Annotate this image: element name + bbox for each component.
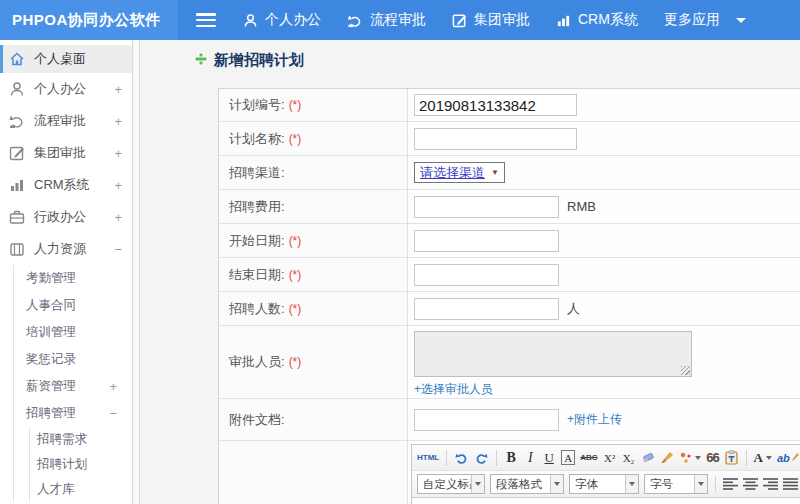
collapse-icon[interactable]: − [114, 242, 122, 257]
fee-input[interactable] [414, 196, 559, 218]
chevron-down-icon [695, 456, 701, 460]
sidebar-item-admin-office[interactable]: 行政办公 + [0, 201, 132, 233]
topbar: PHPOA协同办公软件 个人办公 流程审批 集团审批 CRM系统 更多应用 [0, 0, 800, 40]
align-center-icon[interactable] [743, 475, 758, 493]
highlight-color-button[interactable]: ab [777, 449, 800, 467]
headcount-unit: 人 [567, 300, 580, 318]
sidebar-item-recruit-demand[interactable]: 招聘需求 [30, 427, 132, 452]
sidebar-item-attendance[interactable]: 考勤管理 [14, 265, 132, 292]
edit-icon [452, 13, 467, 28]
required-mark: (*) [289, 268, 302, 282]
form-row-plan-name: 计划名称:(*) [219, 122, 800, 156]
expand-icon[interactable]: + [114, 114, 122, 129]
expand-icon[interactable]: + [114, 178, 122, 193]
workflow-icon [9, 113, 25, 129]
nav-group-approval[interactable]: 集团审批 [439, 0, 543, 40]
sidebar-item-workflow[interactable]: 流程审批 + [0, 105, 132, 137]
required-mark: (*) [289, 234, 302, 248]
nav-workflow-approval[interactable]: 流程审批 [334, 0, 439, 40]
add-icon [194, 52, 208, 70]
sidebar-item-recruit-plan[interactable]: 招聘计划 [30, 452, 132, 477]
sidebar-item-desktop[interactable]: 个人桌面 [0, 45, 132, 73]
strikethrough-button[interactable]: ABC [580, 449, 597, 467]
menu-icon[interactable] [196, 13, 216, 27]
superscript-button[interactable]: X² [603, 449, 617, 467]
undo-icon[interactable] [454, 449, 469, 467]
chevron-down-icon [694, 475, 707, 493]
page-title: 新增招聘计划 [194, 51, 304, 70]
paste-icon[interactable] [725, 449, 739, 467]
nav-crm-system[interactable]: CRM系统 [543, 0, 651, 40]
expand-icon[interactable]: + [114, 146, 122, 161]
plan-name-input[interactable] [414, 128, 577, 150]
form-row-end-date: 结束日期:(*) [219, 258, 800, 292]
auto-typeset-icon[interactable] [679, 449, 701, 467]
sidebar-item-training[interactable]: 培训管理 [14, 319, 132, 346]
format-brush-icon[interactable] [660, 449, 674, 467]
nav-more-apps[interactable]: 更多应用 [651, 0, 759, 40]
sidebar-item-salary[interactable]: 薪资管理+ [14, 373, 132, 400]
app-logo: PHPOA协同办公软件 [0, 0, 178, 40]
editor-content-area[interactable] [412, 498, 800, 504]
expand-icon[interactable]: + [114, 210, 122, 225]
sidebar-item-group-approval[interactable]: 集团审批 + [0, 137, 132, 169]
collapse-icon[interactable]: − [109, 406, 117, 421]
required-mark: (*) [289, 98, 302, 112]
chevron-down-icon [625, 475, 638, 493]
redo-icon[interactable] [474, 449, 489, 467]
fee-unit: RMB [567, 199, 596, 214]
form-row-start-date: 开始日期:(*) [219, 224, 800, 258]
source-code-button[interactable]: HTML [417, 449, 439, 467]
home-icon [9, 51, 25, 67]
sidebar-item-hr[interactable]: 人力资源 − [0, 233, 132, 265]
hr-submenu: 考勤管理 人事合同 培训管理 奖惩记录 薪资管理+ 招聘管理− 招聘需求 招聘计… [13, 265, 132, 502]
required-mark: (*) [289, 355, 302, 369]
underline-button[interactable]: U [542, 449, 556, 467]
channel-select[interactable]: 请选择渠道 ▼ [414, 162, 505, 183]
sidebar-scrollbar[interactable] [134, 40, 140, 504]
italic-button[interactable]: I [523, 449, 537, 467]
start-date-input[interactable] [414, 230, 559, 252]
user-icon [9, 81, 25, 97]
sidebar-item-hr-contract[interactable]: 人事合同 [14, 292, 132, 319]
end-date-input[interactable] [414, 264, 559, 286]
sidebar-item-rewards[interactable]: 奖惩记录 [14, 346, 132, 373]
expand-icon[interactable]: + [109, 379, 117, 394]
sidebar-item-recruit-mgmt[interactable]: 招聘管理− [14, 400, 132, 427]
user-icon [243, 13, 258, 28]
font-size-select[interactable]: 字号 [644, 474, 708, 494]
font-family-select[interactable]: 字体 [569, 474, 639, 494]
form-row-approvers: 审批人员:(*) +选择审批人员 [219, 326, 800, 399]
subscript-button[interactable]: X₂ [622, 449, 636, 467]
plan-number-input[interactable] [414, 94, 577, 116]
recruit-submenu: 招聘需求 招聘计划 人才库 [29, 427, 132, 502]
custom-title-select[interactable]: 自定义标题 [417, 474, 485, 494]
font-color-button[interactable]: A [754, 449, 772, 467]
sidebar-item-personal-office[interactable]: 个人办公 + [0, 73, 132, 105]
align-left-icon[interactable] [723, 475, 738, 493]
paragraph-format-select[interactable]: 段落格式 [490, 474, 564, 494]
expand-icon[interactable]: + [114, 82, 122, 97]
editor-toolbar-row1: HTML B I U A ABC X² X₂ [412, 445, 800, 471]
font-border-button[interactable]: A [561, 450, 575, 465]
people-icon [9, 241, 25, 257]
chart-icon [9, 177, 25, 193]
briefcase-icon [9, 209, 25, 225]
sidebar-item-talent-pool[interactable]: 人才库 [30, 477, 132, 502]
align-justify-icon[interactable] [783, 475, 798, 493]
form-row-content-editor: HTML B I U A ABC X² X₂ [219, 441, 800, 504]
eraser-icon[interactable] [641, 449, 655, 467]
upload-attachment-link[interactable]: +附件上传 [567, 411, 622, 428]
blockquote-button[interactable]: 66 [706, 449, 720, 467]
nav-personal-office[interactable]: 个人办公 [230, 0, 334, 40]
sidebar-item-crm[interactable]: CRM系统 + [0, 169, 132, 201]
align-right-icon[interactable] [763, 475, 778, 493]
chevron-down-icon [736, 18, 746, 23]
required-mark: (*) [289, 132, 302, 146]
sidebar: 个人桌面 个人办公 + 流程审批 + 集团审批 + CRM系统 + 行政办公 + [0, 40, 133, 504]
select-approvers-link[interactable]: +选择审批人员 [414, 381, 493, 398]
bold-button[interactable]: B [504, 449, 518, 467]
approvers-textarea[interactable] [414, 331, 692, 377]
headcount-input[interactable] [414, 298, 559, 320]
attachment-input[interactable] [414, 409, 559, 431]
